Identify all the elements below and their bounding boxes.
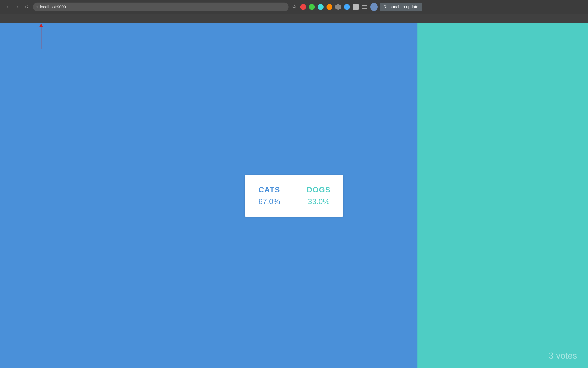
arrow-line: [41, 27, 41, 49]
extension-icon-6[interactable]: [343, 3, 351, 11]
browser-toolbar: [0, 14, 588, 23]
extensions-area: [291, 3, 368, 11]
dogs-stat: DOGS 33.0%: [294, 185, 344, 206]
stats-card: CATS 67.0% DOGS 33.0%: [245, 175, 343, 217]
bookmark-icon[interactable]: [291, 3, 298, 11]
dogs-percent: 33.0%: [308, 197, 330, 206]
cats-percent: 67.0%: [258, 197, 280, 206]
arrow-head: [39, 23, 43, 27]
extensions-menu[interactable]: [352, 3, 359, 11]
info-icon: ℹ: [36, 5, 38, 9]
reload-button[interactable]: [23, 3, 31, 11]
cats-label: CATS: [258, 185, 280, 194]
relaunch-button[interactable]: Relaunch to update: [380, 3, 422, 11]
svg-rect-1: [362, 7, 367, 7]
forward-button[interactable]: [13, 3, 21, 11]
dogs-label: DOGS: [307, 185, 331, 194]
extension-icon-5[interactable]: [335, 3, 342, 11]
nav-buttons: [4, 3, 31, 11]
profile-avatar[interactable]: [370, 3, 378, 11]
url-text: localhost:9000: [40, 5, 285, 9]
browser-menu-icon[interactable]: [361, 3, 368, 11]
cats-panel: [0, 23, 418, 368]
extension-icon-1[interactable]: [300, 3, 307, 11]
extension-icon-2[interactable]: [308, 3, 316, 11]
address-bar[interactable]: ℹ localhost:9000: [33, 3, 288, 11]
extension-icon-3[interactable]: [317, 3, 324, 11]
cursor-indicator: [39, 23, 43, 49]
extension-icon-4[interactable]: [326, 3, 333, 11]
svg-rect-0: [362, 5, 367, 6]
cats-stat: CATS 67.0%: [245, 185, 294, 206]
votes-count: 3 votes: [549, 351, 577, 361]
main-content: 3 votes CATS 67.0% DOGS 33.0%: [0, 23, 588, 368]
svg-rect-2: [362, 8, 367, 9]
browser-chrome: ℹ localhost:9000: [0, 0, 588, 14]
dogs-panel: 3 votes: [418, 23, 588, 368]
back-button[interactable]: [4, 3, 12, 11]
